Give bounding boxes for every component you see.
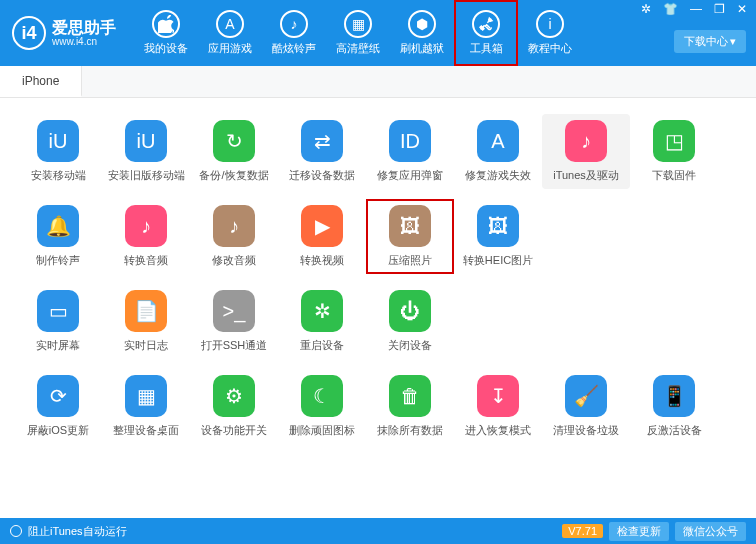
tool-1-4[interactable]: 🖼压缩照片 [366, 199, 454, 274]
nav-item-0[interactable]: 我的设备 [134, 0, 198, 66]
tool-3-6[interactable]: 🧹清理设备垃圾 [542, 369, 630, 444]
tool-icon: ↻ [213, 120, 255, 162]
tool-icon: 🖼 [389, 205, 431, 247]
tool-label: 转换HEIC图片 [463, 253, 533, 268]
nav-label: 我的设备 [144, 41, 188, 56]
tool-0-6[interactable]: ♪iTunes及驱动 [542, 114, 630, 189]
tool-1-5[interactable]: 🖼转换HEIC图片 [454, 199, 542, 274]
tool-label: 转换视频 [300, 253, 344, 268]
check-update-button[interactable]: 检查更新 [609, 522, 669, 541]
tool-icon: 📄 [125, 290, 167, 332]
nav-icon-6: i [536, 10, 564, 38]
tool-icon: ↧ [477, 375, 519, 417]
tool-icon: ♪ [125, 205, 167, 247]
nav-item-4[interactable]: ⬢刷机越狱 [390, 0, 454, 66]
itunes-block-label: 阻止iTunes自动运行 [28, 524, 127, 539]
tool-label: 修复应用弹窗 [377, 168, 443, 183]
tool-label: 制作铃声 [36, 253, 80, 268]
tool-label: 备份/恢复数据 [199, 168, 268, 183]
brand-name: 爱思助手 [52, 19, 116, 37]
tool-3-4[interactable]: 🗑抹除所有数据 [366, 369, 454, 444]
tool-label: 实时屏幕 [36, 338, 80, 353]
minimize-button[interactable]: — [687, 2, 705, 16]
tool-icon: ♪ [565, 120, 607, 162]
tool-label: 重启设备 [300, 338, 344, 353]
nav-label: 刷机越狱 [400, 41, 444, 56]
tool-0-4[interactable]: ID修复应用弹窗 [366, 114, 454, 189]
nav-item-3[interactable]: ▦高清壁纸 [326, 0, 390, 66]
nav-label: 酷炫铃声 [272, 41, 316, 56]
tool-icon: 🗑 [389, 375, 431, 417]
tool-2-1[interactable]: 📄实时日志 [102, 284, 190, 359]
grid-row-0: iU安装移动端iU安装旧版移动端↻备份/恢复数据⇄迁移设备数据ID修复应用弹窗A… [14, 114, 742, 189]
tool-0-2[interactable]: ↻备份/恢复数据 [190, 114, 278, 189]
tool-0-7[interactable]: ◳下载固件 [630, 114, 718, 189]
maximize-button[interactable]: ❐ [711, 2, 728, 16]
nav-item-6[interactable]: i教程中心 [518, 0, 582, 66]
nav-icon-4: ⬢ [408, 10, 436, 38]
tool-0-5[interactable]: A修复游戏失效 [454, 114, 542, 189]
tool-3-1[interactable]: ▦整理设备桌面 [102, 369, 190, 444]
tool-3-7[interactable]: 📱反激活设备 [630, 369, 718, 444]
close-button[interactable]: ✕ [734, 2, 750, 16]
tool-label: 压缩照片 [388, 253, 432, 268]
skin-icon[interactable]: 👕 [660, 2, 681, 16]
nav-label: 应用游戏 [208, 41, 252, 56]
logo-block[interactable]: i4 爱思助手 www.i4.cn [12, 16, 116, 50]
tool-label: 安装旧版移动端 [108, 168, 185, 183]
tool-icon: ☾ [301, 375, 343, 417]
tool-label: 设备功能开关 [201, 423, 267, 438]
nav-icon-0 [152, 10, 180, 38]
tool-label: 转换音频 [124, 253, 168, 268]
window-controls: ✲ 👕 — ❐ ✕ [638, 2, 750, 16]
tool-2-4[interactable]: ⏻关闭设备 [366, 284, 454, 359]
logo-icon: i4 [12, 16, 46, 50]
tool-label: 抹除所有数据 [377, 423, 443, 438]
tool-label: 下载固件 [652, 168, 696, 183]
tool-2-0[interactable]: ▭实时屏幕 [14, 284, 102, 359]
tool-icon: 🖼 [477, 205, 519, 247]
tool-3-0[interactable]: ⟳屏蔽iOS更新 [14, 369, 102, 444]
brand-url: www.i4.cn [52, 36, 116, 47]
tool-label: 屏蔽iOS更新 [27, 423, 89, 438]
tool-1-1[interactable]: ♪转换音频 [102, 199, 190, 274]
tool-icon: 🔔 [37, 205, 79, 247]
radio-off-icon [10, 525, 22, 537]
tool-3-2[interactable]: ⚙设备功能开关 [190, 369, 278, 444]
tool-label: 反激活设备 [647, 423, 702, 438]
tool-label: 进入恢复模式 [465, 423, 531, 438]
footer-bar: 阻止iTunes自动运行 V7.71 检查更新 微信公众号 [0, 518, 756, 544]
tool-icon: ♪ [213, 205, 255, 247]
chevron-down-icon: ▾ [730, 35, 736, 48]
tool-icon: ▭ [37, 290, 79, 332]
nav-item-5[interactable]: 工具箱 [454, 0, 518, 66]
tool-1-3[interactable]: ▶转换视频 [278, 199, 366, 274]
tool-3-3[interactable]: ☾删除顽固图标 [278, 369, 366, 444]
tool-2-3[interactable]: ✲重启设备 [278, 284, 366, 359]
nav-item-1[interactable]: A应用游戏 [198, 0, 262, 66]
nav-icon-3: ▦ [344, 10, 372, 38]
tool-icon: iU [37, 120, 79, 162]
tool-2-2[interactable]: >_打开SSH通道 [190, 284, 278, 359]
itunes-block-toggle[interactable]: 阻止iTunes自动运行 [10, 524, 127, 539]
nav-item-2[interactable]: ♪酷炫铃声 [262, 0, 326, 66]
tool-icon: ID [389, 120, 431, 162]
tool-icon: A [477, 120, 519, 162]
grid-row-3: ⟳屏蔽iOS更新▦整理设备桌面⚙设备功能开关☾删除顽固图标🗑抹除所有数据↧进入恢… [14, 369, 742, 444]
tool-1-0[interactable]: 🔔制作铃声 [14, 199, 102, 274]
tool-icon: ◳ [653, 120, 695, 162]
tab-iphone[interactable]: iPhone [0, 66, 82, 97]
settings-icon[interactable]: ✲ [638, 2, 654, 16]
tool-icon: ▦ [125, 375, 167, 417]
tool-3-5[interactable]: ↧进入恢复模式 [454, 369, 542, 444]
download-center-button[interactable]: 下载中心 ▾ [674, 30, 746, 53]
tool-label: iTunes及驱动 [553, 168, 619, 183]
wechat-button[interactable]: 微信公众号 [675, 522, 746, 541]
tool-0-0[interactable]: iU安装移动端 [14, 114, 102, 189]
tool-0-3[interactable]: ⇄迁移设备数据 [278, 114, 366, 189]
tools-grid: iU安装移动端iU安装旧版移动端↻备份/恢复数据⇄迁移设备数据ID修复应用弹窗A… [0, 98, 756, 518]
tool-0-1[interactable]: iU安装旧版移动端 [102, 114, 190, 189]
tool-icon: ▶ [301, 205, 343, 247]
tool-1-2[interactable]: ♪修改音频 [190, 199, 278, 274]
tool-label: 安装移动端 [31, 168, 86, 183]
